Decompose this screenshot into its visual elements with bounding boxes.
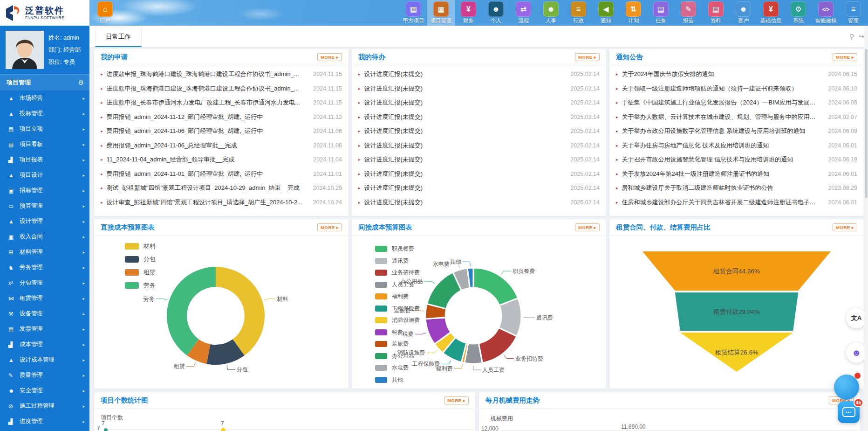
list-item[interactable]: ▸住房和城乡建设部办公厅关于同意吉林省开展二级建造师注册证书电子化试点...20… <box>616 195 857 210</box>
key-icon[interactable]: ⚲ <box>849 33 854 40</box>
sidebar-item-market[interactable]: ▲市场经营▸ <box>0 90 89 106</box>
legend-item-通讯费[interactable]: 通讯费 <box>375 257 420 265</box>
nav-item-hr[interactable]: ☻人事 <box>537 0 565 26</box>
user-avatar[interactable] <box>6 31 44 69</box>
more-button[interactable]: MORE ▸ <box>317 223 342 231</box>
ai-assistant-button[interactable]: ☻ <box>846 342 867 363</box>
nav-item-report[interactable]: ✎报告 <box>675 0 702 26</box>
scrollbar-thumb[interactable] <box>865 49 868 198</box>
legend-item-工程保险费[interactable]: 工程保险费 <box>375 305 420 313</box>
list-item[interactable]: ▸关于举办住房与房地产信息化 技术及应用培训班的通知2024.06.01 <box>616 139 857 153</box>
pie-slice-业务招待费[interactable] <box>478 328 517 363</box>
legend-item-水电费[interactable]: 水电费 <box>375 364 420 372</box>
sidebar-item-budget[interactable]: ▭预算管理▸ <box>0 198 89 214</box>
pie-slice-劳务[interactable] <box>167 267 216 355</box>
tab-daily-work[interactable]: 日常工作 <box>95 27 142 47</box>
more-button[interactable]: MORE ▸ <box>444 396 469 404</box>
list-item[interactable]: ▸设计进度汇报(未提交)2025.02.14 <box>358 124 600 139</box>
nav-item-base-info[interactable]: ¥基础信息 <box>757 0 785 26</box>
scrollbar-track[interactable] <box>864 26 868 431</box>
list-item[interactable]: ▸关于举办大数据、云计算技术在城市建设、规划、管理与服务中的应用培训班...20… <box>616 110 857 125</box>
legend-item-税费[interactable]: 税费 <box>375 328 420 336</box>
more-button[interactable]: MORE ▸ <box>575 223 600 231</box>
sidebar-item-quality[interactable]: ✎质量管理▸ <box>0 368 89 383</box>
forward-icon[interactable]: ↪ <box>859 33 864 40</box>
sidebar-item-design[interactable]: ▲设计管理▸ <box>0 214 89 229</box>
legend-item-福利费[interactable]: 福利费 <box>375 292 420 300</box>
sidebar-item-labor[interactable]: ♞劳务管理▸ <box>0 260 89 275</box>
gear-icon[interactable]: ⚙ <box>78 79 84 86</box>
nav-item-administration[interactable]: ≡行政 <box>565 0 592 26</box>
list-item[interactable]: ▸费用报销_admin_2024-11-06_部门经理审批_胡建,_运行中202… <box>101 124 342 139</box>
list-item[interactable]: ▸关于召开市政公用设施智慧化管理 信息技术与应用培训班的通知2024.06.19 <box>616 153 857 167</box>
sidebar-item-certificate[interactable]: ▯证件管理▸ <box>0 429 89 431</box>
sidebar-item-bidding[interactable]: ▲投标管理▸ <box>0 106 89 121</box>
pie-slice-职员餐费[interactable] <box>473 268 518 306</box>
list-item[interactable]: ▸进度款申报_长春市伊通河水力发电厂改建工程_长春市伊通河水力发电...2024… <box>101 96 342 110</box>
list-item[interactable]: ▸11_2024-11-04_admin_经营部_领导审批__完成2024.11… <box>101 153 342 167</box>
list-item[interactable]: ▸设计进度汇报(未提交)2025.02.14 <box>358 181 600 195</box>
list-item[interactable]: ▸测试_彭祖新城"四馆"景观工程设计项目_2024-10-29_admin_结束… <box>101 181 342 195</box>
translate-button[interactable]: 文A <box>846 308 867 328</box>
sidebar-item-lease[interactable]: ⋈租赁管理▸ <box>0 291 89 306</box>
sidebar-item-project-reports[interactable]: ▟项目报表▸ <box>0 152 89 167</box>
sidebar-item-safety[interactable]: ☻安全管理▸ <box>0 383 89 398</box>
list-item[interactable]: ▸费用报销_admin_2024-11-06_总经理审批__完成2024.11.… <box>101 139 342 153</box>
nav-item-process[interactable]: ⇄流程 <box>510 0 537 26</box>
list-item[interactable]: ▸关于发放2024年第24批一级注册建造师注册证书的通知2024.06.01 <box>616 167 857 181</box>
nav-item-manage[interactable]: ≡管理 <box>840 0 867 26</box>
sidebar-item-project-initiation[interactable]: ▤项目立项▸ <box>0 121 89 137</box>
list-item[interactable]: ▸设计进度汇报(未提交)2025.02.14 <box>358 82 600 96</box>
legend-item-业务招待费[interactable]: 业务招待费 <box>375 269 420 277</box>
more-button[interactable]: MORE ▸ <box>317 53 342 61</box>
list-item[interactable]: ▸进度款申报_珠海鹤港口建设_珠海鹤港口建设工程合作协议书_admin_...2… <box>101 82 342 96</box>
more-button[interactable]: MORE ▸ <box>575 53 600 61</box>
sidebar-item-tender[interactable]: ▣招标管理▸ <box>0 183 89 198</box>
legend-item-其他[interactable]: 其他 <box>375 376 420 384</box>
list-item[interactable]: ▸设计进度汇报(未提交)2025.02.14 <box>358 167 600 181</box>
list-item[interactable]: ▸设计进度汇报(未提交)2025.02.14 <box>358 110 600 125</box>
sidebar-item-equipment[interactable]: ⚒设备管理▸ <box>0 306 89 321</box>
legend-item-办公用品[interactable]: 办公用品 <box>375 352 420 360</box>
sidebar-item-invoice[interactable]: ▤发票管理▸ <box>0 321 89 337</box>
nav-item-system[interactable]: ⚙系统 <box>785 0 812 26</box>
sidebar-section-header[interactable]: 项目管理 ⚙ <box>0 75 89 90</box>
legend-item-分包[interactable]: 分包 <box>125 255 156 264</box>
legend-item-材料[interactable]: 材料 <box>125 242 156 250</box>
data-point-marker[interactable] <box>103 428 108 431</box>
sidebar-item-project-board[interactable]: ▤项目看板▸ <box>0 137 89 152</box>
list-item[interactable]: ▸房和城乡建设厅关于取消二级建造师临时执业证书的公告2023.08.29 <box>616 181 857 195</box>
list-item[interactable]: ▸关于举办市政公用设施数字化管理信息 系统建设与应用培训班的通知2024.06.… <box>616 124 857 139</box>
legend-item-消防设施费[interactable]: 消防设施费 <box>375 316 420 324</box>
sidebar-item-design-cost[interactable]: ▲设计成本管理▸ <box>0 352 89 368</box>
pie-slice-材料[interactable] <box>216 267 265 355</box>
list-item[interactable]: ▸设计进度汇报(未提交)2025.02.14 <box>358 153 600 167</box>
list-item[interactable]: ▸设计进度汇报(未提交)2025.02.14 <box>358 195 600 210</box>
more-button[interactable]: MORE ▸ <box>833 53 857 61</box>
list-item[interactable]: ▸设计进度汇报(未提交)2025.02.14 <box>358 96 600 110</box>
nav-item-notice[interactable]: ◀通知 <box>592 0 620 26</box>
nav-item-plan[interactable]: ⇅计划 <box>620 0 647 26</box>
floating-action-button[interactable] <box>834 375 859 400</box>
list-item[interactable]: ▸费用报销_admin_2024-11-01_部门经理审批_胡建,_运行中202… <box>101 167 342 181</box>
legend-item-租赁[interactable]: 租赁 <box>125 268 156 277</box>
list-item[interactable]: ▸设计进度汇报(未提交)2025.02.14 <box>358 67 600 82</box>
nav-item-portal[interactable]: ⌂门户 <box>91 0 119 26</box>
nav-item-owner-project[interactable]: ▦甲方项目 <box>400 0 427 26</box>
list-item[interactable]: ▸进度款申报_珠海鹤港口建设_珠海鹤港口建设工程合作协议书_admin_...2… <box>101 67 342 82</box>
nav-item-docs[interactable]: ▤资料 <box>702 0 730 26</box>
legend-item-人员工资[interactable]: 人员工资 <box>375 281 420 289</box>
legend-item-劳务[interactable]: 劳务 <box>125 281 156 290</box>
nav-item-project-mgmt[interactable]: ▦项目管理 <box>427 0 455 26</box>
list-item[interactable]: ▸于征集《中国建筑施工行业信息化发展报告（2024）—BIM应用与发展》材料..… <box>616 96 857 110</box>
list-item[interactable]: ▸关于2024年国庆节放假安排的通知2024.06.15 <box>616 67 857 82</box>
sidebar-item-income-contract[interactable]: ▣收入合同▸ <box>0 229 89 244</box>
more-button[interactable]: MORE ▸ <box>833 223 857 231</box>
list-item[interactable]: ▸设计审查_彭祖新城"四馆"景观工程设计项目_请选择_胡广生_2024-10-2… <box>101 195 342 210</box>
sidebar-item-construction-process[interactable]: ⊘施工过程管理▸ <box>0 398 89 414</box>
sidebar-item-cost[interactable]: ▟成本管理▸ <box>0 337 89 352</box>
data-point-marker[interactable] <box>220 427 226 431</box>
legend-item-差旅费[interactable]: 差旅费 <box>375 340 420 348</box>
legend-item-职员餐费[interactable]: 职员餐费 <box>375 245 420 253</box>
list-item[interactable]: ▸设计进度汇报(未提交)2025.02.14 <box>358 139 600 153</box>
